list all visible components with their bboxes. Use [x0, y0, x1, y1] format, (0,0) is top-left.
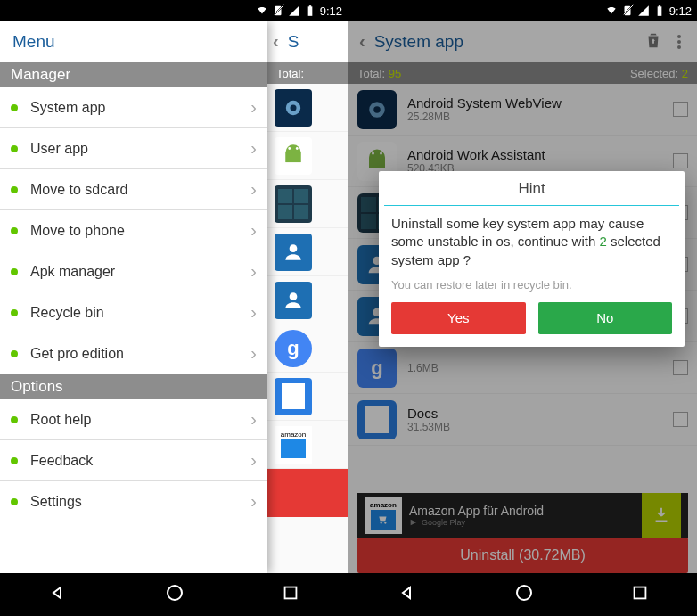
svg-point-10	[290, 244, 298, 252]
content-peek: ‹ S Total: g amazon	[267, 21, 348, 573]
back-icon[interactable]: ‹	[273, 31, 279, 52]
chevron-right-icon: ›	[250, 261, 257, 282]
chevron-right-icon: ›	[250, 343, 257, 364]
menu-item-root-help[interactable]: Root help›	[0, 399, 267, 440]
chevron-right-icon: ›	[250, 179, 257, 200]
list-item[interactable]	[267, 180, 348, 228]
status-bar: 9:12	[348, 0, 697, 21]
list-item[interactable]: amazon	[267, 421, 348, 469]
app-icon	[275, 234, 312, 271]
wifi-icon	[256, 4, 268, 17]
svg-point-9	[296, 147, 299, 150]
menu-item-label: Feedback	[30, 453, 93, 469]
nav-bar	[0, 573, 348, 616]
svg-rect-28	[634, 587, 645, 599]
chevron-right-icon: ›	[250, 409, 257, 430]
menu-item-label: Move to sdcard	[30, 182, 127, 198]
menu-item-recycle-bin[interactable]: Recycle bin›	[0, 292, 267, 333]
back-nav-icon[interactable]	[47, 582, 69, 607]
app-icon	[275, 378, 312, 415]
menu-item-label: Root help	[30, 412, 92, 428]
chevron-right-icon: ›	[250, 220, 257, 241]
app-icon	[275, 282, 312, 319]
chevron-right-icon: ›	[250, 97, 257, 118]
list-item[interactable]	[267, 84, 348, 132]
hint-dialog: Hint Uninstall some key system app may c…	[379, 171, 685, 347]
svg-rect-13	[284, 587, 296, 599]
svg-line-2	[274, 5, 283, 15]
status-bar: 9:12	[0, 0, 348, 21]
total-label: Total:	[276, 67, 304, 80]
svg-point-8	[288, 147, 291, 150]
menu-item-label: Apk manager	[30, 264, 115, 280]
menu-item-move-phone[interactable]: Move to phone›	[0, 210, 267, 251]
app-icon: g	[275, 330, 312, 367]
chevron-right-icon: ›	[250, 302, 257, 323]
list-item[interactable]	[267, 373, 348, 421]
dialog-subtext: You can restore later in recycle bin.	[379, 278, 685, 302]
chevron-right-icon: ›	[250, 138, 257, 159]
selected-count: 2	[599, 234, 606, 249]
app-icon	[275, 89, 312, 127]
uninstall-peek[interactable]	[267, 469, 348, 517]
svg-rect-7	[286, 152, 301, 161]
section-options: Options	[0, 374, 267, 399]
no-sim-icon	[272, 4, 284, 17]
svg-point-27	[517, 586, 531, 600]
svg-rect-17	[657, 6, 661, 15]
list-item[interactable]	[267, 228, 348, 276]
menu-item-user-app[interactable]: User app›	[0, 128, 267, 169]
action-bar: ‹ S	[267, 21, 348, 62]
svg-rect-4	[309, 5, 311, 7]
svg-rect-18	[659, 5, 660, 7]
clock-text: 9:12	[669, 4, 692, 18]
home-nav-icon[interactable]	[513, 582, 535, 607]
svg-point-12	[168, 586, 182, 600]
menu-item-label: System app	[30, 100, 105, 116]
section-manager: Manager	[0, 62, 267, 87]
svg-point-6	[291, 104, 297, 111]
clock-text: 9:12	[320, 4, 342, 18]
chevron-right-icon: ›	[250, 450, 257, 471]
app-icon	[275, 185, 312, 223]
nav-bar	[348, 573, 697, 616]
menu-item-label: Get pro edition	[30, 346, 124, 362]
no-button[interactable]: No	[538, 302, 673, 334]
list-item[interactable]	[267, 132, 348, 180]
svg-line-16	[623, 5, 633, 15]
brand-text: amazon	[281, 431, 306, 439]
wifi-icon	[605, 4, 618, 17]
menu-item-pro-edition[interactable]: Get pro edition›	[0, 333, 267, 374]
recents-nav-icon[interactable]	[281, 583, 300, 606]
page-title: S	[288, 32, 299, 52]
list-item[interactable]	[267, 276, 348, 324]
menu-title: Menu	[0, 21, 267, 62]
screen-left: 9:12 Menu Manager System app› User app› …	[0, 0, 348, 616]
signal-icon	[288, 4, 300, 17]
menu-drawer: Menu Manager System app› User app› Move …	[0, 21, 267, 573]
dialog-title: Hint	[379, 171, 685, 205]
menu-item-system-app[interactable]: System app›	[0, 87, 267, 128]
menu-item-feedback[interactable]: Feedback›	[0, 440, 267, 481]
yes-button[interactable]: Yes	[391, 302, 526, 334]
recents-nav-icon[interactable]	[630, 583, 650, 606]
screen-right: 9:12 ‹ System app Total: 95 Selected: 2 …	[348, 0, 697, 616]
home-nav-icon[interactable]	[164, 582, 185, 607]
back-nav-icon[interactable]	[397, 582, 418, 607]
menu-item-label: Settings	[30, 494, 82, 510]
no-sim-icon	[621, 4, 634, 17]
menu-item-apk-manager[interactable]: Apk manager›	[0, 251, 267, 292]
menu-item-settings[interactable]: Settings›	[0, 481, 267, 522]
dialog-body: Uninstall some key system app may cause …	[379, 215, 685, 278]
counts-bar: Total:	[267, 62, 348, 84]
menu-item-label: Recycle bin	[30, 305, 104, 321]
battery-icon	[304, 4, 316, 17]
menu-item-move-sdcard[interactable]: Move to sdcard›	[0, 169, 267, 210]
battery-icon	[653, 4, 666, 17]
svg-rect-3	[308, 6, 312, 15]
signal-icon	[637, 4, 650, 17]
list-item[interactable]: g	[267, 324, 348, 373]
chevron-right-icon: ›	[250, 491, 257, 512]
menu-item-label: User app	[30, 141, 88, 157]
app-icon	[275, 137, 312, 175]
